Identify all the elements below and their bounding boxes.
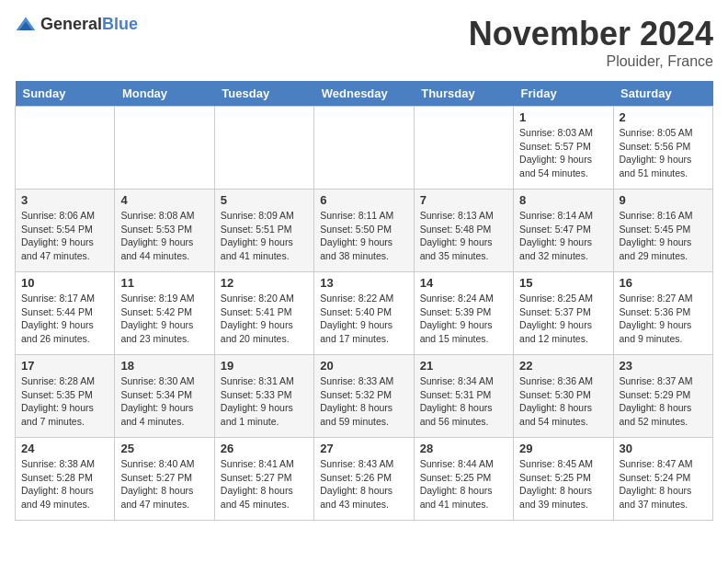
- calendar-cell: [414, 107, 513, 190]
- day-number: 23: [620, 359, 707, 373]
- header-monday: Monday: [115, 81, 214, 107]
- calendar-cell: 25Sunrise: 8:40 AMSunset: 5:27 PMDayligh…: [115, 438, 214, 521]
- logo-icon: [15, 16, 37, 34]
- calendar-cell: 6Sunrise: 8:11 AMSunset: 5:50 PMDaylight…: [314, 190, 414, 272]
- calendar-week-row-3: 17Sunrise: 8:28 AMSunset: 5:35 PMDayligh…: [16, 355, 713, 438]
- day-number: 19: [221, 359, 308, 373]
- day-number: 28: [420, 442, 507, 455]
- day-info: Sunrise: 8:16 AMSunset: 5:45 PMDaylight:…: [620, 209, 707, 263]
- calendar-cell: [214, 107, 313, 190]
- calendar-cell: [16, 107, 115, 190]
- day-number: 30: [620, 442, 707, 455]
- day-info: Sunrise: 8:27 AMSunset: 5:36 PMDaylight:…: [620, 292, 707, 346]
- day-info: Sunrise: 8:47 AMSunset: 5:24 PMDaylight:…: [620, 457, 707, 511]
- day-info: Sunrise: 8:17 AMSunset: 5:44 PMDaylight:…: [21, 292, 108, 346]
- calendar-cell: 9Sunrise: 8:16 AMSunset: 5:45 PMDaylight…: [613, 190, 712, 272]
- day-info: Sunrise: 8:30 AMSunset: 5:34 PMDaylight:…: [120, 374, 208, 429]
- day-info: Sunrise: 8:28 AMSunset: 5:35 PMDaylight:…: [21, 374, 108, 429]
- calendar-cell: 1Sunrise: 8:03 AMSunset: 5:57 PMDaylight…: [514, 107, 613, 190]
- month-title: November 2024: [469, 15, 713, 53]
- calendar-week-row-0: 1Sunrise: 8:03 AMSunset: 5:57 PMDaylight…: [16, 107, 713, 190]
- day-number: 14: [420, 276, 507, 290]
- day-info: Sunrise: 8:13 AMSunset: 5:48 PMDaylight:…: [420, 209, 507, 263]
- day-info: Sunrise: 8:25 AMSunset: 5:37 PMDaylight:…: [519, 292, 607, 346]
- calendar-cell: 24Sunrise: 8:38 AMSunset: 5:28 PMDayligh…: [16, 438, 115, 521]
- day-info: Sunrise: 8:20 AMSunset: 5:41 PMDaylight:…: [221, 292, 308, 346]
- day-info: Sunrise: 8:08 AMSunset: 5:53 PMDaylight:…: [120, 209, 208, 263]
- logo-blue: Blue: [102, 15, 138, 33]
- header-sunday: Sunday: [16, 81, 115, 107]
- day-number: 2: [620, 110, 707, 124]
- day-number: 29: [519, 442, 607, 455]
- calendar-cell: 3Sunrise: 8:06 AMSunset: 5:54 PMDaylight…: [16, 190, 115, 272]
- calendar-cell: 21Sunrise: 8:34 AMSunset: 5:31 PMDayligh…: [414, 355, 513, 438]
- day-number: 24: [21, 442, 108, 455]
- calendar-week-row-2: 10Sunrise: 8:17 AMSunset: 5:44 PMDayligh…: [16, 272, 713, 355]
- day-number: 16: [620, 276, 707, 290]
- day-number: 22: [519, 359, 607, 373]
- calendar-cell: 28Sunrise: 8:44 AMSunset: 5:25 PMDayligh…: [414, 438, 513, 521]
- day-number: 4: [120, 193, 208, 207]
- calendar-cell: 5Sunrise: 8:09 AMSunset: 5:51 PMDaylight…: [214, 190, 313, 272]
- calendar-cell: 30Sunrise: 8:47 AMSunset: 5:24 PMDayligh…: [613, 438, 712, 521]
- calendar-week-row-4: 24Sunrise: 8:38 AMSunset: 5:28 PMDayligh…: [16, 438, 713, 521]
- day-info: Sunrise: 8:36 AMSunset: 5:30 PMDaylight:…: [519, 374, 607, 429]
- title-section: November 2024 Plouider, France: [469, 15, 713, 70]
- header-tuesday: Tuesday: [214, 81, 313, 107]
- header-friday: Friday: [514, 81, 613, 107]
- calendar-cell: [314, 107, 414, 190]
- day-info: Sunrise: 8:14 AMSunset: 5:47 PMDaylight:…: [519, 209, 607, 263]
- day-number: 13: [320, 276, 407, 290]
- calendar-cell: [115, 107, 214, 190]
- day-info: Sunrise: 8:34 AMSunset: 5:31 PMDaylight:…: [420, 374, 507, 429]
- calendar-cell: 8Sunrise: 8:14 AMSunset: 5:47 PMDaylight…: [514, 190, 613, 272]
- day-info: Sunrise: 8:37 AMSunset: 5:29 PMDaylight:…: [620, 374, 707, 429]
- calendar-cell: 17Sunrise: 8:28 AMSunset: 5:35 PMDayligh…: [16, 355, 115, 438]
- day-number: 6: [320, 193, 407, 207]
- logo-general: General: [40, 15, 102, 33]
- day-number: 27: [320, 442, 407, 455]
- calendar-cell: 22Sunrise: 8:36 AMSunset: 5:30 PMDayligh…: [514, 355, 613, 438]
- logo: GeneralBlue: [15, 15, 138, 34]
- day-info: Sunrise: 8:41 AMSunset: 5:27 PMDaylight:…: [221, 457, 308, 511]
- calendar-cell: 12Sunrise: 8:20 AMSunset: 5:41 PMDayligh…: [214, 272, 313, 355]
- day-number: 7: [420, 193, 507, 207]
- day-info: Sunrise: 8:03 AMSunset: 5:57 PMDaylight:…: [519, 126, 607, 180]
- day-info: Sunrise: 8:33 AMSunset: 5:32 PMDaylight:…: [320, 374, 407, 429]
- day-number: 18: [120, 359, 208, 373]
- day-number: 11: [120, 276, 208, 290]
- day-number: 1: [519, 110, 607, 124]
- day-info: Sunrise: 8:43 AMSunset: 5:26 PMDaylight:…: [320, 457, 407, 511]
- calendar-cell: 16Sunrise: 8:27 AMSunset: 5:36 PMDayligh…: [613, 272, 712, 355]
- calendar-cell: 23Sunrise: 8:37 AMSunset: 5:29 PMDayligh…: [613, 355, 712, 438]
- calendar-cell: 14Sunrise: 8:24 AMSunset: 5:39 PMDayligh…: [414, 272, 513, 355]
- day-info: Sunrise: 8:06 AMSunset: 5:54 PMDaylight:…: [21, 209, 108, 263]
- calendar-table: Sunday Monday Tuesday Wednesday Thursday…: [15, 81, 713, 521]
- day-info: Sunrise: 8:38 AMSunset: 5:28 PMDaylight:…: [21, 457, 108, 511]
- calendar-cell: 4Sunrise: 8:08 AMSunset: 5:53 PMDaylight…: [115, 190, 214, 272]
- calendar-cell: 10Sunrise: 8:17 AMSunset: 5:44 PMDayligh…: [16, 272, 115, 355]
- calendar-cell: 18Sunrise: 8:30 AMSunset: 5:34 PMDayligh…: [115, 355, 214, 438]
- location-title: Plouider, France: [469, 53, 713, 70]
- header-thursday: Thursday: [414, 81, 513, 107]
- day-info: Sunrise: 8:45 AMSunset: 5:25 PMDaylight:…: [519, 457, 607, 511]
- day-number: 21: [420, 359, 507, 373]
- calendar-week-row-1: 3Sunrise: 8:06 AMSunset: 5:54 PMDaylight…: [16, 190, 713, 272]
- day-number: 3: [21, 193, 108, 207]
- calendar-cell: 11Sunrise: 8:19 AMSunset: 5:42 PMDayligh…: [115, 272, 214, 355]
- day-info: Sunrise: 8:11 AMSunset: 5:50 PMDaylight:…: [320, 209, 407, 263]
- day-number: 9: [620, 193, 707, 207]
- day-number: 10: [21, 276, 108, 290]
- day-number: 12: [221, 276, 308, 290]
- day-number: 25: [120, 442, 208, 455]
- day-number: 26: [221, 442, 308, 455]
- calendar-cell: 19Sunrise: 8:31 AMSunset: 5:33 PMDayligh…: [214, 355, 313, 438]
- calendar-cell: 13Sunrise: 8:22 AMSunset: 5:40 PMDayligh…: [314, 272, 414, 355]
- calendar-cell: 20Sunrise: 8:33 AMSunset: 5:32 PMDayligh…: [314, 355, 414, 438]
- calendar-cell: 29Sunrise: 8:45 AMSunset: 5:25 PMDayligh…: [514, 438, 613, 521]
- header: GeneralBlue November 2024 Plouider, Fran…: [15, 15, 713, 70]
- calendar-cell: 15Sunrise: 8:25 AMSunset: 5:37 PMDayligh…: [514, 272, 613, 355]
- day-info: Sunrise: 8:19 AMSunset: 5:42 PMDaylight:…: [120, 292, 208, 346]
- day-info: Sunrise: 8:44 AMSunset: 5:25 PMDaylight:…: [420, 457, 507, 511]
- day-info: Sunrise: 8:31 AMSunset: 5:33 PMDaylight:…: [221, 374, 308, 429]
